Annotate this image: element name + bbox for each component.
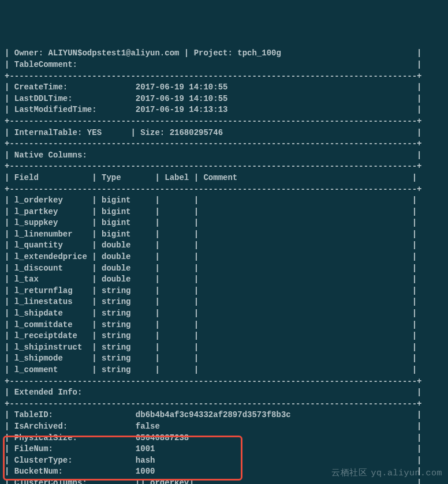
terminal-output: | Owner: ALIYUN$odpstest1@aliyun.com | P… xyxy=(5,48,443,484)
watermark: 云栖社区yq.aliyun.com xyxy=(331,467,442,479)
watermark-url: yq.aliyun.com xyxy=(371,468,442,478)
watermark-cn: 云栖社区 xyxy=(331,468,367,478)
